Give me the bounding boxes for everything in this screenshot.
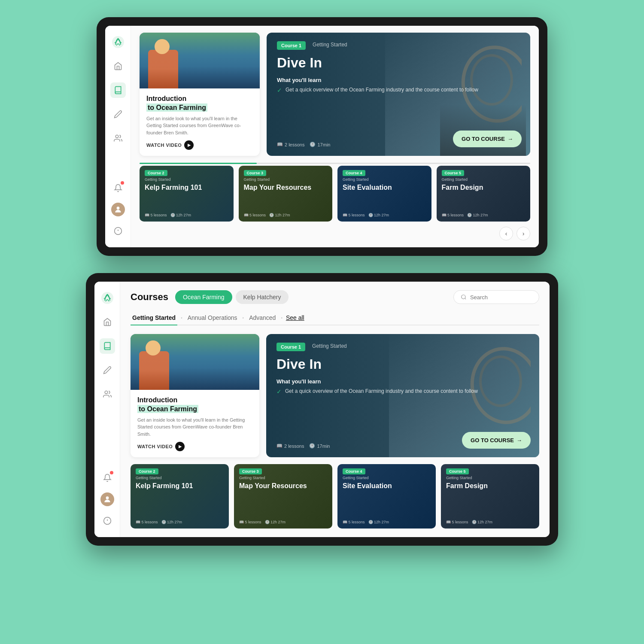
course-card-4[interactable]: Course 5 Getting Started Farm Design 📖 5… [437, 166, 531, 222]
course-card-1[interactable]: Course 2 Getting Started Kelp Farming 10… [140, 166, 234, 222]
course-card-content-2-2: Course 3 Getting Started Map Your Resour… [234, 464, 332, 529]
course-card-content-1: Course 2 Getting Started Kelp Farming 10… [140, 166, 234, 222]
svg-point-1 [115, 135, 118, 138]
logo-icon-2 [100, 290, 115, 306]
featured-course-card-1: Course 1 Getting Started Dive In What yo… [267, 33, 530, 156]
card-stats-2-1: 📖 5 lessons 🕐 12h 27m [136, 520, 224, 524]
course-card-2[interactable]: Course 3 Getting Started Map Your Resour… [239, 166, 333, 222]
featured-title-1: Dive In [277, 55, 520, 71]
sidebar-item-info[interactable] [110, 223, 126, 239]
learn-item-1: ✓ Get a quick overview of the Ocean Farm… [277, 87, 520, 94]
card-title-2-1: Kelp Farming 101 [136, 482, 224, 520]
tab-group-2: Ocean Farming Kelp Hatchery [175, 290, 289, 304]
tab-kelp-hatchery[interactable]: Kelp Hatchery [236, 290, 289, 304]
mini-badge-1: Course 2 [145, 170, 167, 176]
watch-video-link-1[interactable]: WATCH VIDEO ▶ [146, 140, 253, 150]
sub-tab-advanced[interactable]: Advanced [247, 311, 277, 325]
see-all-link[interactable]: See all [286, 314, 304, 321]
course-card-content-2-4: Course 5 Getting Started Farm Design 📖 5… [441, 464, 539, 529]
watch-video-icon-1: ▶ [184, 140, 194, 150]
course-card-content-2-3: Course 4 Getting Started Site Evaluation… [337, 464, 436, 529]
sidebar-item-edit-2[interactable] [100, 362, 115, 378]
sidebar-item-courses[interactable] [110, 82, 126, 98]
course-card-content-4: Course 5 Getting Started Farm Design 📖 5… [437, 166, 531, 222]
card-sub-label-1: Getting Started [145, 177, 228, 182]
intro-card-body-1: Introduction to Ocean Farming Get an ins… [140, 88, 260, 156]
svg-point-8 [106, 497, 109, 500]
card-stats-2-4: 📖 5 lessons 🕐 12h 27m [446, 520, 534, 524]
card-stats-2-2: 📖 5 lessons 🕐 12h 27m [239, 520, 327, 524]
course-stats-2: 📖 2 lessons 🕐 17min [276, 438, 529, 449]
course-card-2-1[interactable]: Course 2 Getting Started Kelp Farming 10… [131, 464, 229, 529]
tab-ocean-farming[interactable]: Ocean Farming [175, 290, 232, 304]
notification-badge-2 [110, 471, 113, 474]
sidebar-item-edit[interactable] [110, 106, 126, 122]
what-youll-learn-label-1: What you'll learn [277, 77, 520, 83]
intro-card-body-2: Introduction to Ocean Farming Get an ins… [131, 390, 259, 457]
card-stats-2-3: 📖 5 lessons 🕐 12h 27m [343, 520, 431, 524]
svg-point-2 [116, 207, 119, 210]
nav-next-btn-1[interactable]: › [516, 227, 530, 240]
search-input-2[interactable] [470, 294, 532, 301]
featured-card-content-1: Course 1 Getting Started Dive In What yo… [267, 33, 530, 156]
intro-card-2: ▶ Introduction to Ocean Farming Get an i… [131, 334, 259, 457]
featured-title-2: Dive In [276, 356, 529, 372]
sidebar-item-users-2[interactable] [100, 386, 115, 402]
course-grid-2: Course 2 Getting Started Kelp Farming 10… [131, 464, 539, 529]
mini-badge-2-4: Course 5 [446, 468, 469, 474]
card-stats-2: 📖 5 lessons 🕐 12h 27m [244, 213, 328, 217]
svg-point-7 [105, 391, 108, 394]
course-grid-1: Course 2 Getting Started Kelp Farming 10… [140, 166, 530, 222]
dot-1: • [181, 316, 182, 320]
watch-video-link-2[interactable]: WATCH VIDEO ▶ [137, 442, 252, 451]
card-sub-label-3: Getting Started [343, 177, 426, 182]
logo-icon [110, 34, 126, 50]
card-stats-1: 📖 5 lessons 🕐 12h 27m [145, 213, 228, 217]
intro-card-image-1: ▶ [140, 33, 260, 88]
sub-tab-annual-operations[interactable]: Annual Operations [186, 311, 239, 325]
duration-stat-1: 🕐 17min [310, 142, 330, 147]
sidebar-item-info-2[interactable] [100, 513, 115, 529]
svg-point-12 [462, 295, 465, 299]
course-card-2-2[interactable]: Course 3 Getting Started Map Your Resour… [234, 464, 332, 529]
course-meta-1: Getting Started [313, 42, 347, 48]
hero-section-2: ▶ Introduction to Ocean Farming Get an i… [131, 334, 539, 457]
nav-arrows-1: ‹ › [140, 227, 530, 240]
course-card-3[interactable]: Course 4 Getting Started Site Evaluation… [337, 166, 431, 222]
what-youll-learn-label-2: What you'll learn [276, 378, 529, 385]
card-stats-4: 📖 5 lessons 🕐 12h 27m [442, 213, 526, 217]
card-sub-label-2-3: Getting Started [343, 476, 431, 480]
courses-header-2: Courses Ocean Farming Kelp Hatchery [131, 290, 539, 304]
mini-badge-2-2: Course 3 [239, 468, 262, 474]
sidebar-item-users[interactable] [110, 131, 126, 146]
search-icon-2 [461, 294, 467, 301]
check-icon-1: ✓ [277, 87, 282, 94]
sub-tab-getting-started[interactable]: Getting Started [131, 311, 177, 325]
watch-video-icon-2: ▶ [175, 442, 185, 451]
card-sub-label-2-4: Getting Started [446, 476, 534, 480]
nav-prev-btn-1[interactable]: ‹ [499, 227, 513, 240]
mini-badge-3: Course 4 [343, 170, 365, 176]
sidebar-item-home-2[interactable] [100, 314, 115, 330]
card-title-2-4: Farm Design [446, 482, 534, 520]
sidebar-item-home[interactable] [110, 58, 126, 74]
card-sub-label-2-2: Getting Started [239, 476, 327, 480]
course-card-2-4[interactable]: Course 5 Getting Started Farm Design 📖 5… [441, 464, 539, 529]
card-title-2-2: Map Your Resources [239, 482, 327, 520]
avatar-2[interactable] [100, 492, 114, 506]
sidebar-item-courses-2[interactable] [100, 338, 115, 354]
main-content-2: Courses Ocean Farming Kelp Hatchery Gett [120, 282, 550, 537]
card-sub-label-4: Getting Started [442, 177, 526, 182]
notification-badge [121, 181, 124, 185]
intro-card-title-1: Introduction to Ocean Farming [146, 94, 253, 112]
featured-card-content-2: Course 1 Getting Started Dive In What yo… [266, 334, 539, 457]
mini-badge-2: Course 3 [244, 170, 267, 176]
featured-course-card-2: Course 1 Getting Started Dive In What yo… [266, 334, 539, 457]
card-sub-label-2-1: Getting Started [136, 476, 224, 480]
intro-card-desc-2: Get an inside look to what you'll learn … [137, 416, 252, 438]
course-meta-2: Getting Started [312, 343, 347, 349]
search-bar-2[interactable] [453, 290, 539, 304]
avatar[interactable] [111, 203, 125, 216]
course-card-2-3[interactable]: Course 4 Getting Started Site Evaluation… [337, 464, 436, 529]
course-card-content-2-1: Course 2 Getting Started Kelp Farming 10… [131, 464, 229, 529]
